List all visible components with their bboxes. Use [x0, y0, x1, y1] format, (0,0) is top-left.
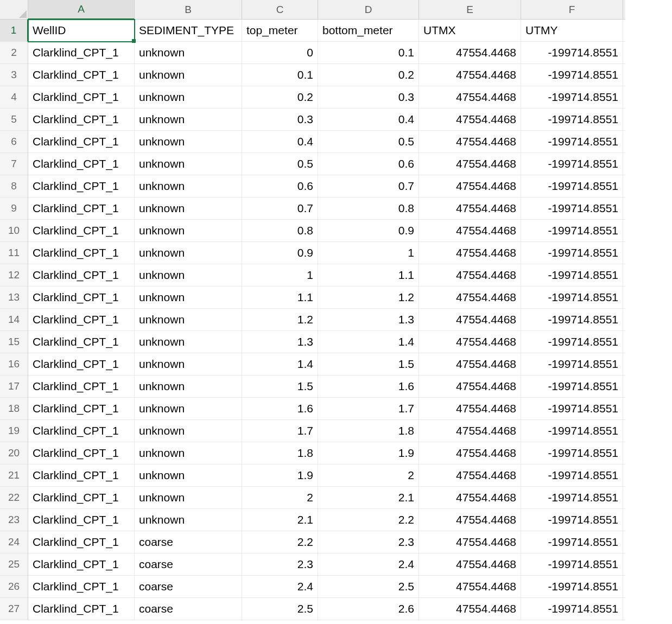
cell-B27[interactable]: coarse [135, 598, 242, 620]
cell-E2[interactable]: 47554.4468 [419, 42, 521, 64]
column-header-b[interactable]: B [135, 0, 242, 20]
cell-F13[interactable]: -199714.8551 [521, 286, 623, 309]
column-header-c[interactable]: C [242, 0, 318, 20]
cell-F9[interactable]: -199714.8551 [521, 198, 623, 220]
cell-A10[interactable]: Clarklind_CPT_1 [28, 220, 135, 242]
row-header-2[interactable]: 2 [0, 42, 28, 64]
cell-D18[interactable]: 1.7 [318, 398, 419, 420]
cell-D20[interactable]: 1.9 [318, 442, 419, 464]
cell-E16[interactable]: 47554.4468 [419, 353, 521, 375]
row-header-13[interactable]: 13 [0, 286, 28, 309]
cell-E6[interactable]: 47554.4468 [419, 131, 521, 153]
cell-E24[interactable]: 47554.4468 [419, 531, 521, 553]
row-header-12[interactable]: 12 [0, 264, 28, 286]
cell-B13[interactable]: unknown [135, 286, 242, 309]
cell-D27[interactable]: 2.6 [318, 598, 419, 620]
cell-C10[interactable]: 0.8 [242, 220, 318, 242]
cell-D3[interactable]: 0.2 [318, 64, 419, 86]
cell-A17[interactable]: Clarklind_CPT_1 [28, 375, 135, 398]
cell-E7[interactable]: 47554.4468 [419, 153, 521, 175]
cell-D13[interactable]: 1.2 [318, 286, 419, 309]
cell-C26[interactable]: 2.4 [242, 576, 318, 598]
cell-C2[interactable]: 0 [242, 42, 318, 64]
row-header-16[interactable]: 16 [0, 353, 28, 375]
cell-D4[interactable]: 0.3 [318, 86, 419, 109]
cell-B3[interactable]: unknown [135, 64, 242, 86]
row-header-6[interactable]: 6 [0, 131, 28, 153]
cell-A12[interactable]: Clarklind_CPT_1 [28, 264, 135, 286]
column-header-e[interactable]: E [419, 0, 521, 20]
cell-C24[interactable]: 2.2 [242, 531, 318, 553]
cell-D15[interactable]: 1.4 [318, 331, 419, 353]
cell-A4[interactable]: Clarklind_CPT_1 [28, 86, 135, 109]
cell-B20[interactable]: unknown [135, 442, 242, 464]
row-header-9[interactable]: 9 [0, 198, 28, 220]
row-header-25[interactable]: 25 [0, 553, 28, 576]
cell-E9[interactable]: 47554.4468 [419, 198, 521, 220]
cell-F1[interactable]: UTMY [521, 20, 623, 42]
row-header-8[interactable]: 8 [0, 175, 28, 198]
cell-E4[interactable]: 47554.4468 [419, 86, 521, 109]
cell-D1[interactable]: bottom_meter [318, 20, 419, 42]
cell-E1[interactable]: UTMX [419, 20, 521, 42]
cell-C16[interactable]: 1.4 [242, 353, 318, 375]
cell-A23[interactable]: Clarklind_CPT_1 [28, 509, 135, 531]
cell-E5[interactable]: 47554.4468 [419, 109, 521, 131]
cell-C23[interactable]: 2.1 [242, 509, 318, 531]
cell-C15[interactable]: 1.3 [242, 331, 318, 353]
cell-B7[interactable]: unknown [135, 153, 242, 175]
row-header-10[interactable]: 10 [0, 220, 28, 242]
cell-C18[interactable]: 1.6 [242, 398, 318, 420]
cell-D17[interactable]: 1.6 [318, 375, 419, 398]
cell-C21[interactable]: 1.9 [242, 464, 318, 487]
cell-F3[interactable]: -199714.8551 [521, 64, 623, 86]
column-header-f[interactable]: F [521, 0, 623, 20]
select-all-corner[interactable] [0, 0, 28, 20]
row-header-17[interactable]: 17 [0, 375, 28, 398]
cell-D11[interactable]: 1 [318, 242, 419, 264]
cell-E11[interactable]: 47554.4468 [419, 242, 521, 264]
cell-E15[interactable]: 47554.4468 [419, 331, 521, 353]
cell-C1[interactable]: top_meter [242, 20, 318, 42]
row-header-18[interactable]: 18 [0, 398, 28, 420]
cell-D25[interactable]: 2.4 [318, 553, 419, 576]
cell-E23[interactable]: 47554.4468 [419, 509, 521, 531]
cell-D26[interactable]: 2.5 [318, 576, 419, 598]
cell-C11[interactable]: 0.9 [242, 242, 318, 264]
cell-D16[interactable]: 1.5 [318, 353, 419, 375]
cell-E26[interactable]: 47554.4468 [419, 576, 521, 598]
cell-A1[interactable]: WellID [28, 20, 135, 42]
cell-F16[interactable]: -199714.8551 [521, 353, 623, 375]
cell-A22[interactable]: Clarklind_CPT_1 [28, 487, 135, 509]
cell-A25[interactable]: Clarklind_CPT_1 [28, 553, 135, 576]
spreadsheet-grid[interactable]: ABCDEF1WellIDSEDIMENT_TYPEtop_meterbotto… [0, 0, 672, 620]
cell-D7[interactable]: 0.6 [318, 153, 419, 175]
cell-E17[interactable]: 47554.4468 [419, 375, 521, 398]
cell-A20[interactable]: Clarklind_CPT_1 [28, 442, 135, 464]
cell-B8[interactable]: unknown [135, 175, 242, 198]
cell-F12[interactable]: -199714.8551 [521, 264, 623, 286]
cell-A9[interactable]: Clarklind_CPT_1 [28, 198, 135, 220]
cell-E10[interactable]: 47554.4468 [419, 220, 521, 242]
cell-F26[interactable]: -199714.8551 [521, 576, 623, 598]
cell-A6[interactable]: Clarklind_CPT_1 [28, 131, 135, 153]
cell-D10[interactable]: 0.9 [318, 220, 419, 242]
cell-E21[interactable]: 47554.4468 [419, 464, 521, 487]
cell-C3[interactable]: 0.1 [242, 64, 318, 86]
cell-A18[interactable]: Clarklind_CPT_1 [28, 398, 135, 420]
cell-E27[interactable]: 47554.4468 [419, 598, 521, 620]
cell-A13[interactable]: Clarklind_CPT_1 [28, 286, 135, 309]
row-header-11[interactable]: 11 [0, 242, 28, 264]
cell-B22[interactable]: unknown [135, 487, 242, 509]
cell-C19[interactable]: 1.7 [242, 420, 318, 442]
cell-B12[interactable]: unknown [135, 264, 242, 286]
cell-C4[interactable]: 0.2 [242, 86, 318, 109]
cell-C7[interactable]: 0.5 [242, 153, 318, 175]
cell-E20[interactable]: 47554.4468 [419, 442, 521, 464]
cell-B23[interactable]: unknown [135, 509, 242, 531]
cell-B25[interactable]: coarse [135, 553, 242, 576]
cell-F14[interactable]: -199714.8551 [521, 309, 623, 331]
cell-B4[interactable]: unknown [135, 86, 242, 109]
row-header-27[interactable]: 27 [0, 598, 28, 620]
cell-F19[interactable]: -199714.8551 [521, 420, 623, 442]
